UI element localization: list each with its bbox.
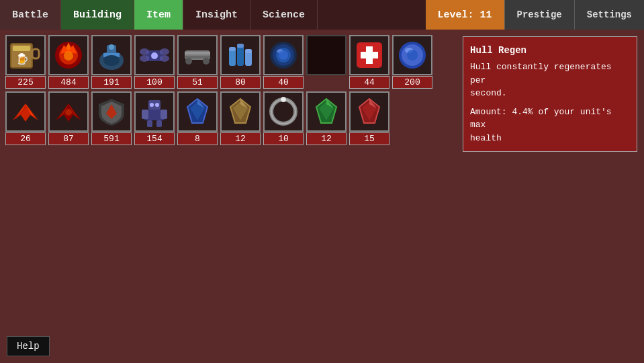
svg-rect-55 bbox=[142, 110, 148, 119]
svg-marker-44 bbox=[13, 104, 38, 122]
svg-point-70 bbox=[271, 99, 295, 124]
item-count-mech: 154 bbox=[134, 132, 175, 145]
svg-rect-29 bbox=[229, 47, 236, 51]
svg-point-13 bbox=[103, 55, 120, 66]
item-count-cannon: 51 bbox=[177, 76, 218, 89]
item-shield-dark[interactable]: 591 bbox=[91, 91, 132, 145]
svg-rect-22 bbox=[185, 52, 210, 54]
item-count-potion: 191 bbox=[91, 76, 132, 89]
nav-building[interactable]: Building bbox=[61, 0, 134, 30]
item-triple-bar[interactable]: 80 bbox=[220, 35, 261, 89]
help-button[interactable]: Help bbox=[7, 336, 50, 356]
svg-point-16 bbox=[140, 48, 149, 55]
item-count-gem-green: 12 bbox=[306, 132, 347, 145]
svg-point-9 bbox=[64, 51, 73, 61]
item-medkit[interactable]: 44 bbox=[349, 35, 389, 89]
item-count-triple-bar: 80 bbox=[220, 76, 261, 89]
tooltip-line1: Hull constantly regenerates per bbox=[470, 61, 630, 87]
svg-point-60 bbox=[155, 103, 159, 107]
item-count-medkit: 44 bbox=[349, 76, 389, 89]
svg-point-24 bbox=[185, 58, 192, 65]
items-row-1: 🍺 225 484 bbox=[5, 35, 432, 89]
item-ring-silver[interactable]: 10 bbox=[263, 91, 304, 145]
svg-rect-58 bbox=[156, 120, 162, 127]
svg-text:🍺: 🍺 bbox=[15, 52, 29, 66]
prestige-button[interactable]: Prestige bbox=[504, 0, 574, 30]
item-count-sphere-blue: 200 bbox=[392, 76, 432, 89]
svg-rect-30 bbox=[237, 44, 244, 48]
svg-point-18 bbox=[140, 55, 149, 62]
item-count-ring-silver: 10 bbox=[263, 132, 304, 145]
svg-point-19 bbox=[160, 55, 169, 62]
item-count-drone: 100 bbox=[134, 76, 175, 89]
item-drone[interactable]: 100 bbox=[134, 35, 175, 89]
svg-rect-56 bbox=[160, 110, 167, 119]
nav-battle[interactable]: Battle bbox=[0, 0, 61, 30]
item-cannon[interactable]: 51 bbox=[177, 35, 218, 89]
settings-button[interactable]: Settings bbox=[574, 0, 644, 30]
item-count-orb-blue: 40 bbox=[263, 76, 304, 89]
item-count-mug: 225 bbox=[5, 76, 46, 89]
item-count-shield-dark: 591 bbox=[91, 132, 132, 145]
nav-insight[interactable]: Insight bbox=[183, 0, 250, 30]
tooltip-line2: second. bbox=[470, 87, 630, 100]
svg-point-17 bbox=[160, 48, 169, 55]
item-gem-blue[interactable]: 8 bbox=[177, 91, 218, 145]
item-count-gem-red: 15 bbox=[349, 132, 389, 145]
item-fireball[interactable]: 484 bbox=[48, 35, 89, 89]
svg-rect-2 bbox=[13, 46, 30, 51]
nav-science[interactable]: Science bbox=[250, 0, 318, 30]
svg-rect-31 bbox=[245, 49, 252, 53]
svg-point-59 bbox=[150, 103, 154, 107]
svg-point-36 bbox=[279, 50, 288, 60]
item-mug[interactable]: 🍺 225 bbox=[5, 35, 46, 89]
item-wings-red[interactable]: 26 bbox=[5, 91, 46, 145]
tooltip-line4: Amount: 4.4% of your unit's max bbox=[470, 106, 630, 132]
svg-point-25 bbox=[203, 58, 210, 65]
item-empty bbox=[306, 35, 347, 89]
tooltip-box: Hull Regen Hull constantly regenerates p… bbox=[463, 36, 637, 152]
svg-point-72 bbox=[281, 98, 285, 101]
item-potion[interactable]: 191 bbox=[91, 35, 132, 89]
items-grid: 🍺 225 484 bbox=[5, 35, 432, 145]
navbar: Battle Building Item Insight Science Lev… bbox=[0, 0, 644, 30]
item-sphere-blue[interactable]: 200 bbox=[392, 35, 432, 89]
item-orb-blue[interactable]: 40 bbox=[263, 35, 304, 89]
item-gem-red[interactable]: 15 bbox=[349, 91, 389, 145]
svg-rect-1 bbox=[32, 49, 39, 58]
item-count-crystal-brown: 12 bbox=[220, 132, 261, 145]
item-count-wings-dark: 87 bbox=[48, 132, 89, 145]
svg-rect-39 bbox=[361, 52, 378, 58]
nav-item[interactable]: Item bbox=[134, 0, 183, 30]
item-crystal-brown[interactable]: 12 bbox=[220, 91, 261, 145]
svg-rect-57 bbox=[147, 120, 152, 127]
tooltip-title: Hull Regen bbox=[470, 44, 630, 58]
item-mech[interactable]: 154 bbox=[134, 91, 175, 145]
svg-point-20 bbox=[151, 52, 158, 59]
item-wings-dark[interactable]: 87 bbox=[48, 91, 89, 145]
svg-point-51 bbox=[65, 109, 72, 116]
item-count-wings-red: 26 bbox=[5, 132, 46, 145]
item-gem-green[interactable]: 12 bbox=[306, 91, 347, 145]
svg-point-43 bbox=[407, 50, 418, 61]
level-display: Level: 11 bbox=[426, 0, 504, 30]
items-row-2: 26 87 bbox=[5, 91, 432, 145]
item-count-fireball: 484 bbox=[48, 76, 89, 89]
tooltip-line5: health bbox=[470, 132, 630, 145]
item-count-gem-blue: 8 bbox=[177, 132, 218, 145]
svg-point-14 bbox=[109, 44, 114, 50]
